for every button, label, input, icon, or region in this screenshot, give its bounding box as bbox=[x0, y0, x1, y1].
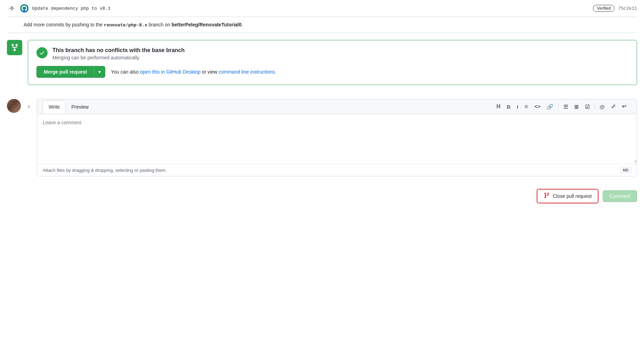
comment-toolbar: H B I ≡ <> 🔗 ☰ ⊞ ☑ @ ⤢ ↩ bbox=[494, 99, 631, 114]
push-notice-branch: renovate/php-8.x bbox=[104, 23, 147, 28]
link-button[interactable]: 🔗 bbox=[545, 103, 555, 111]
commenter-avatar-image bbox=[7, 99, 21, 113]
commenter-avatar bbox=[7, 99, 21, 113]
commit-hash: 75c2e11 bbox=[618, 6, 637, 11]
tab-write[interactable]: Write bbox=[43, 100, 66, 114]
italic-button[interactable]: I bbox=[515, 103, 520, 111]
merge-also-text: You can also open this in GitHub Desktop… bbox=[111, 69, 276, 75]
comment-submit-button[interactable]: Comment bbox=[603, 190, 637, 202]
collapse-button[interactable]: ‹ bbox=[26, 102, 31, 111]
heading-button[interactable]: H bbox=[494, 102, 503, 111]
attach-text: Attach files by dragging & dropping, sel… bbox=[43, 168, 167, 173]
push-notice-text-middle: branch on bbox=[147, 22, 172, 27]
merge-card-text: This branch has no conflicts with the ba… bbox=[52, 47, 185, 60]
mention-button[interactable]: @ bbox=[597, 103, 607, 111]
commit-row: Update dependency php to v8.1 Verified 7… bbox=[7, 0, 637, 17]
close-pr-svg-icon bbox=[544, 192, 550, 199]
reference-button[interactable]: ⤢ bbox=[609, 102, 618, 111]
push-notice-text-after: . bbox=[241, 22, 243, 27]
merge-icon-box bbox=[7, 40, 22, 55]
verified-badge: Verified bbox=[593, 5, 614, 12]
commit-author-avatar bbox=[20, 4, 28, 12]
undo-button[interactable]: ↩ bbox=[620, 102, 628, 111]
merge-button-group: Merge pull request ▾ bbox=[36, 66, 105, 78]
comment-section: ‹ Write Preview H B I ≡ <> 🔗 ☰ ⊞ ☑ @ bbox=[7, 92, 637, 183]
dropdown-arrow-icon: ▾ bbox=[98, 69, 101, 75]
tab-preview[interactable]: Preview bbox=[66, 101, 94, 113]
merge-card-title: This branch has no conflicts with the ba… bbox=[52, 47, 185, 53]
merge-card-header: This branch has no conflicts with the ba… bbox=[36, 47, 628, 60]
push-notice-text-before: Add more commits by pushing to the bbox=[24, 22, 104, 27]
merge-dropdown-button[interactable]: ▾ bbox=[94, 66, 105, 78]
github-desktop-link[interactable]: open this in GitHub Desktop bbox=[140, 69, 200, 75]
merge-check-icon bbox=[36, 47, 48, 58]
close-pr-label: Close pull request bbox=[553, 193, 592, 199]
merge-branch-icon bbox=[10, 43, 19, 52]
comment-tabs-bar: Write Preview H B I ≡ <> 🔗 ☰ ⊞ ☑ @ ⤢ ↩ bbox=[37, 99, 637, 114]
markdown-button[interactable]: MD bbox=[620, 167, 631, 173]
commit-message: Update dependency php to v8.1 bbox=[32, 6, 589, 11]
task-list-button[interactable]: ☑ bbox=[583, 103, 592, 111]
quote-button[interactable]: ≡ bbox=[522, 102, 530, 111]
action-buttons-row: Close pull request Comment bbox=[7, 183, 637, 209]
close-pull-request-button[interactable]: Close pull request bbox=[537, 189, 598, 203]
commit-dot-icon bbox=[7, 3, 17, 13]
bold-button[interactable]: B bbox=[505, 103, 513, 111]
comment-textarea[interactable] bbox=[37, 114, 637, 163]
push-notice: Add more commits by pushing to the renov… bbox=[7, 17, 637, 33]
merge-pull-request-button[interactable]: Merge pull request bbox=[36, 66, 94, 78]
toolbar-separator-2 bbox=[594, 104, 595, 109]
command-line-link[interactable]: command line instructions bbox=[218, 69, 275, 75]
toolbar-separator-1 bbox=[558, 104, 559, 109]
merge-card-subtitle: Merging can be performed automatically. bbox=[52, 55, 185, 60]
unordered-list-button[interactable]: ☰ bbox=[561, 103, 570, 111]
merge-card: This branch has no conflicts with the ba… bbox=[28, 40, 637, 85]
comment-footer: Attach files by dragging & dropping, sel… bbox=[37, 164, 637, 176]
merge-actions: Merge pull request ▾ You can also open t… bbox=[36, 66, 628, 78]
push-notice-repo: betterPeleg/RenovateTutorial0 bbox=[172, 22, 241, 27]
code-button[interactable]: <> bbox=[532, 103, 543, 111]
merge-section: This branch has no conflicts with the ba… bbox=[7, 33, 637, 92]
close-pr-icon bbox=[544, 192, 550, 200]
comment-box: Write Preview H B I ≡ <> 🔗 ☰ ⊞ ☑ @ ⤢ ↩ bbox=[37, 99, 637, 176]
ordered-list-button[interactable]: ⊞ bbox=[572, 103, 581, 111]
